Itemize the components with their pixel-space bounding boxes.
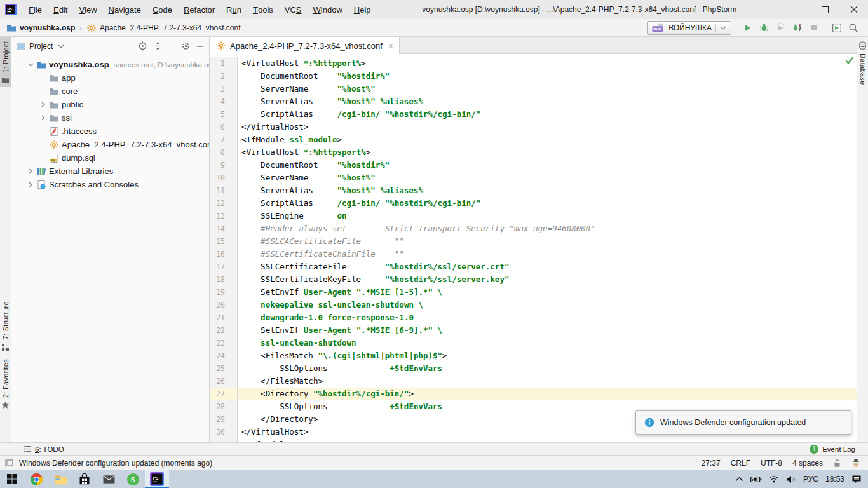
code-line-17[interactable]: 17 SSLCertificateFile "%hostdir%/ssl/ser… xyxy=(210,261,857,273)
line-separator[interactable]: CRLF xyxy=(731,459,750,468)
tab-close-icon[interactable]: × xyxy=(388,42,393,50)
code-line-text[interactable]: ServerAlias "%host%" %aliases% xyxy=(238,95,857,108)
code-line-4[interactable]: 4 ServerAlias "%host%" %aliases% xyxy=(210,95,857,108)
code-line-text[interactable]: <FilesMatch "\.(cgi|shtml|phtml|php)$"> xyxy=(238,349,857,362)
toolwindow-structure-button[interactable]: 7: Structure xyxy=(0,297,11,354)
code-line-1[interactable]: 1<VirtualHost *:%httpport%> xyxy=(210,57,857,70)
code-line-text[interactable]: SSLCertificateKeyFile "%hostdir%/ssl/ser… xyxy=(238,273,857,286)
code-line-text[interactable]: ssl-unclean-shutdown xyxy=(238,337,857,349)
code-line-text[interactable]: SSLEngine on xyxy=(238,210,857,222)
chevron-right-icon[interactable] xyxy=(38,102,48,107)
code-line-5[interactable]: 5 ScriptAlias /cgi-bin/ "%hostdir%/cgi-b… xyxy=(210,108,857,121)
code-line-22[interactable]: 22 SetEnvIf User-Agent ".*MSIE [6-9].*" … xyxy=(210,324,857,337)
code-line-15[interactable]: 15 #SSLCACertificateFile "" xyxy=(210,235,857,248)
lock-icon[interactable] xyxy=(833,459,841,468)
toolwindow-project-button[interactable]: 1: Project xyxy=(0,37,11,87)
code-line-text[interactable]: SetEnvIf User-Agent ".*MSIE [6-9].*" \ xyxy=(238,324,857,337)
tree-item-voynushka-osp[interactable]: voynushka.ospsources root, D:\voynushka.… xyxy=(11,58,209,71)
file-encoding[interactable]: UTF-8 xyxy=(761,459,782,468)
maximize-button[interactable] xyxy=(811,0,839,19)
wifi-icon[interactable] xyxy=(769,475,779,483)
taskbar-microsoft-store[interactable] xyxy=(72,470,97,488)
chevron-right-icon[interactable] xyxy=(38,115,48,121)
code-line-text[interactable]: ScriptAlias /cgi-bin/ "%hostdir%/cgi-bin… xyxy=(238,197,857,210)
tree-item-dump-sql[interactable]: SQLdump.sql xyxy=(11,151,209,165)
code-line-9[interactable]: 9 DocumentRoot "%hostdir%" xyxy=(210,159,857,172)
menu-refactor[interactable]: Refactor xyxy=(178,0,220,19)
hide-panel-icon[interactable] xyxy=(196,43,204,50)
code-line-text[interactable]: #SSLCACertificateFile "" xyxy=(238,235,857,248)
run-anything-button[interactable] xyxy=(829,20,845,36)
menu-run[interactable]: Run xyxy=(220,0,247,19)
taskbar-phpstorm[interactable]: PS xyxy=(145,470,169,488)
tree-item-external-libraries[interactable]: External Libraries xyxy=(11,165,209,178)
locate-file-icon[interactable] xyxy=(138,41,147,51)
code-line-19[interactable]: 19 SetEnvIf User-Agent ".*MSIE [1-5].*" … xyxy=(210,286,857,299)
tree-item-ssl[interactable]: ssl xyxy=(11,111,209,125)
tree-item-public[interactable]: public xyxy=(11,98,209,111)
code-line-text[interactable]: <Directory "%hostdir%/cgi-bin/"> xyxy=(238,388,857,400)
code-line-text[interactable]: SSLOptions +StdEnvVars xyxy=(238,362,857,375)
code-line-text[interactable]: nokeepalive ssl-unclean-shutdown \ xyxy=(238,299,857,311)
code-line-text[interactable]: ScriptAlias /cgi-bin/ "%hostdir%/cgi-bin… xyxy=(238,108,857,121)
collapse-all-icon[interactable] xyxy=(153,41,163,51)
event-log-button[interactable]: 1 Event Log xyxy=(810,445,855,454)
language-indicator[interactable]: РУС xyxy=(803,475,818,484)
code-line-text[interactable]: downgrade-1.0 force-response-1.0 xyxy=(238,311,857,324)
code-line-text[interactable]: #Header always set Strict-Transport-Secu… xyxy=(238,222,857,235)
action-center-icon[interactable] xyxy=(851,475,862,484)
chevron-down-icon[interactable] xyxy=(58,44,64,48)
code-line-23[interactable]: 23 ssl-unclean-shutdown xyxy=(210,337,857,349)
toolwindow-database-button[interactable]: Database xyxy=(857,37,868,88)
code-line-8[interactable]: 8<VirtualHost *:%httpsport%> xyxy=(210,146,857,159)
tab-vhost-conf[interactable]: Apache_2.4-PHP_7.2-7.3-x64_vhost.conf × xyxy=(210,37,400,54)
run-button[interactable] xyxy=(739,20,756,36)
code-line-text[interactable]: <VirtualHost *:%httpsport%> xyxy=(238,146,857,159)
taskbar-file-explorer[interactable] xyxy=(48,470,72,488)
battery-icon[interactable] xyxy=(750,476,762,483)
code-line-20[interactable]: 20 nokeepalive ssl-unclean-shutdown \ xyxy=(210,299,857,311)
code-line-text[interactable]: ServerName "%host%" xyxy=(238,172,857,184)
indent-style[interactable]: 4 spaces xyxy=(792,459,823,468)
code-line-14[interactable]: 14 #Header always set Strict-Transport-S… xyxy=(210,222,857,235)
code-line-text[interactable]: </IfModule> xyxy=(238,438,857,442)
taskbar-mail[interactable] xyxy=(97,470,121,488)
tree-item-core[interactable]: core xyxy=(11,85,209,98)
clock[interactable]: 18:53 xyxy=(825,475,844,484)
menu-view[interactable]: View xyxy=(73,0,102,19)
code-line-18[interactable]: 18 SSLCertificateKeyFile "%hostdir%/ssl/… xyxy=(210,273,857,286)
code-line-text[interactable]: #SSLCertificateChainFile "" xyxy=(238,248,857,261)
menu-navigate[interactable]: Navigate xyxy=(103,0,147,19)
code-line-25[interactable]: 25 SSLOptions +StdEnvVars xyxy=(210,362,857,375)
minimize-button[interactable] xyxy=(782,0,811,19)
code-line-text[interactable]: </FilesMatch> xyxy=(238,375,857,388)
highlighting-level-icon[interactable] xyxy=(851,459,860,468)
code-line-6[interactable]: 6</VirtualHost> xyxy=(210,121,857,133)
breadcrumb-project[interactable]: voynushka.osp xyxy=(6,23,75,33)
code-line-12[interactable]: 12 ScriptAlias /cgi-bin/ "%hostdir%/cgi-… xyxy=(210,197,857,210)
volume-icon[interactable] xyxy=(786,475,796,484)
gear-icon[interactable] xyxy=(181,41,191,51)
toolwindow-toggle-icon[interactable] xyxy=(5,459,13,467)
menu-vcs[interactable]: VCS xyxy=(279,0,308,19)
breadcrumb-file[interactable]: Apache_2.4-PHP_7.2-7.3-x64_vhost.conf xyxy=(86,23,240,33)
tree-item-apache-2-4-php-7-2-7-3-x64-vhost-conf[interactable]: Apache_2.4-PHP_7.2-7.3-x64_vhost.conf xyxy=(11,138,209,151)
menu-help[interactable]: Help xyxy=(348,0,377,19)
code-line-26[interactable]: 26 </FilesMatch> xyxy=(210,375,857,388)
close-button[interactable] xyxy=(839,0,868,19)
caret-position[interactable]: 27:37 xyxy=(702,459,721,468)
code-line-11[interactable]: 11 ServerAlias "%host%" %aliases% xyxy=(210,184,857,197)
code-line-31[interactable]: 31</IfModule> xyxy=(210,438,857,442)
menu-edit[interactable]: Edit xyxy=(48,0,73,19)
tree-item-app[interactable]: app xyxy=(11,71,209,85)
code-line-21[interactable]: 21 downgrade-1.0 force-response-1.0 xyxy=(210,311,857,324)
tree-item--htaccess[interactable]: .htaccess xyxy=(11,125,209,138)
taskbar-chrome[interactable] xyxy=(24,470,48,488)
inspection-ok-check-icon[interactable] xyxy=(845,57,854,64)
code-line-16[interactable]: 16 #SSLCertificateChainFile "" xyxy=(210,248,857,261)
code-line-text[interactable]: SSLCertificateFile "%hostdir%/ssl/server… xyxy=(238,261,857,273)
code-line-7[interactable]: 7<IfModule ssl_module> xyxy=(210,133,857,146)
code-line-10[interactable]: 10 ServerName "%host%" xyxy=(210,172,857,184)
code-line-text[interactable]: DocumentRoot "%hostdir%" xyxy=(238,159,857,172)
menu-code[interactable]: Code xyxy=(147,0,178,19)
